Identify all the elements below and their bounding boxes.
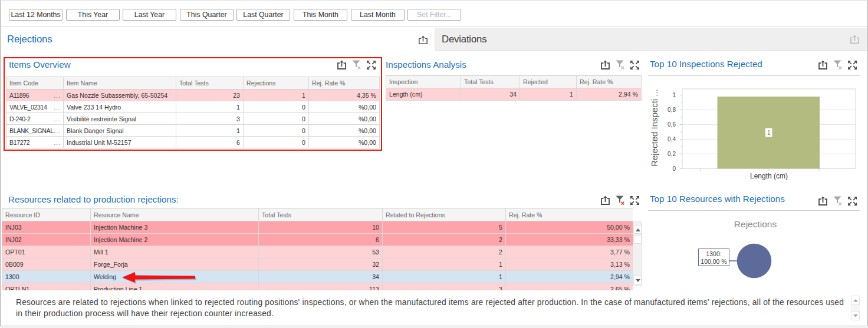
svg-text:0: 0 (672, 165, 676, 172)
svg-text:100,00 %: 100,00 % (701, 258, 726, 265)
svg-text:1: 1 (767, 130, 771, 136)
svg-text:Length (cm): Length (cm) (750, 172, 788, 180)
svg-text:0,6: 0,6 (668, 121, 676, 128)
svg-text:1300:: 1300: (706, 250, 721, 257)
svg-text:0,4: 0,4 (668, 136, 676, 143)
svg-text:0,8: 0,8 (668, 107, 676, 113)
svg-text:0,2: 0,2 (668, 151, 676, 157)
svg-text:Rejected Inspecti ...: Rejected Inspecti ... (649, 89, 659, 167)
svg-text:1: 1 (672, 92, 676, 98)
